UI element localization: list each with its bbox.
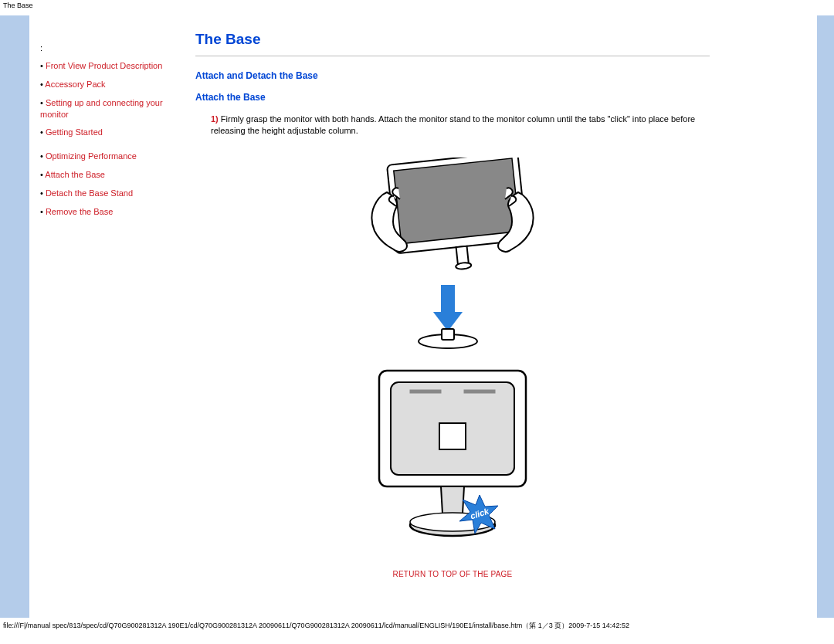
footer-path: file:///F|/manual spec/813/spec/cd/Q70G9… — [0, 618, 834, 636]
page-title: The Base — [195, 31, 710, 48]
svg-rect-4 — [441, 285, 455, 312]
sidebar-item-getting-started[interactable]: • Getting Started — [40, 127, 180, 138]
svg-rect-11 — [410, 390, 441, 393]
sidebar-nav-list: • Front View Product Description • Acces… — [40, 60, 180, 218]
svg-rect-10 — [439, 423, 466, 449]
sidebar-item-accessory[interactable]: • Accessory Pack — [40, 79, 180, 90]
divider — [195, 56, 710, 56]
instruction-step-1: 1) Firmly grasp the monitor with both ha… — [211, 114, 710, 137]
svg-rect-7 — [442, 329, 454, 340]
sidebar-item-attach-base[interactable]: • Attach the Base — [40, 169, 180, 181]
page-wrap: : • Front View Product Description • Acc… — [0, 15, 834, 618]
illustration-attach-step1 — [352, 158, 553, 352]
down-arrow-icon — [433, 285, 463, 331]
step-number: 1) — [211, 114, 219, 124]
sidebar-link[interactable]: Front View Product Description — [46, 61, 162, 70]
sidebar-link[interactable]: Optimizing Performance — [46, 151, 137, 161]
sidebar: : • Front View Product Description • Acc… — [29, 15, 188, 618]
sidebar-link[interactable]: Accessory Pack — [45, 80, 105, 89]
sidebar-link[interactable]: Getting Started — [46, 127, 103, 137]
section-heading-attach-detach: Attach and Detach the Base — [195, 70, 710, 81]
sidebar-item-front-view[interactable]: • Front View Product Description — [40, 60, 180, 72]
sidebar-link[interactable]: Setting up and connecting your monitor — [40, 98, 163, 119]
sidebar-link[interactable]: Attach the Base — [45, 170, 105, 179]
step-text: Firmly grasp the monitor with both hands… — [211, 114, 695, 135]
illustration-attach-step2: click — [364, 363, 541, 550]
right-color-strip — [817, 15, 834, 618]
svg-rect-2 — [456, 246, 469, 264]
sidebar-item-optimizing[interactable]: • Optimizing Performance — [40, 151, 180, 162]
return-to-top-link[interactable]: RETURN TO TOP OF THE PAGE — [195, 570, 710, 578]
window-title: The Base — [0, 0, 834, 11]
svg-rect-1 — [394, 158, 520, 244]
sidebar-item-remove-base[interactable]: • Remove the Base — [40, 206, 180, 218]
svg-rect-12 — [464, 390, 495, 393]
sidebar-link[interactable]: Remove the Base — [46, 207, 113, 216]
sidebar-item-detach-base[interactable]: • Detach the Base Stand — [40, 188, 180, 199]
left-color-strip — [0, 15, 29, 618]
main-content: The Base Attach and Detach the Base Atta… — [188, 15, 728, 618]
illustration-area: click RETURN TO TOP OF THE PAGE — [195, 153, 710, 578]
sidebar-colon: : — [40, 43, 180, 53]
sidebar-link[interactable]: Detach the Base Stand — [46, 188, 133, 198]
section-heading-attach: Attach the Base — [195, 92, 710, 103]
sidebar-item-setting-up[interactable]: • Setting up and connecting your monitor — [40, 97, 180, 120]
